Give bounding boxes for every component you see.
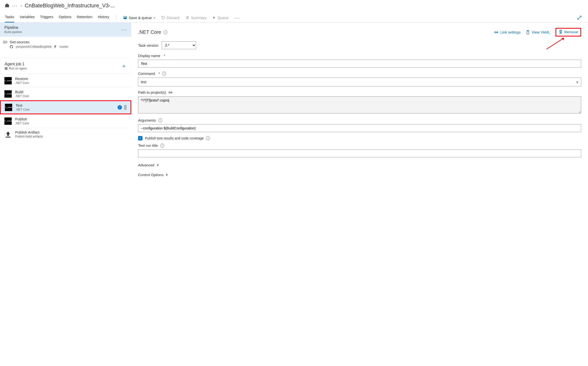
task-name: Publish Artifact xyxy=(15,130,43,134)
get-sources-title: Get sources xyxy=(10,40,30,44)
command-value: test xyxy=(141,80,146,84)
info-icon[interactable]: i xyxy=(160,144,164,148)
drag-handle-icon[interactable] xyxy=(124,105,126,110)
check-badge-icon: ✓ xyxy=(118,105,122,110)
pipeline-title: Pipeline xyxy=(4,25,22,30)
divider xyxy=(116,14,116,21)
display-name-label: Display name xyxy=(138,54,160,58)
info-icon[interactable]: i xyxy=(158,118,162,122)
discard-button[interactable]: Discard xyxy=(161,16,179,20)
breadcrumb-more-icon[interactable]: ··· xyxy=(12,3,18,9)
control-options-section[interactable]: Control Options ∨ xyxy=(138,172,581,177)
task-sub: .NET Core xyxy=(15,81,29,85)
task-sub: .NET Core xyxy=(15,94,29,98)
agent-job-sub: Run on agent xyxy=(9,67,27,70)
clipboard-icon xyxy=(526,30,530,34)
display-name-input[interactable] xyxy=(138,60,581,68)
task-publish[interactable]: >_dotnet Publish .NET Core xyxy=(0,114,131,127)
link-icon xyxy=(494,31,499,34)
svg-line-0 xyxy=(546,38,564,49)
github-icon xyxy=(10,45,13,48)
get-sources-row[interactable]: Get sources yunqian44/CnBateBlogWeb mast… xyxy=(0,37,131,51)
tab-options[interactable]: Options xyxy=(59,13,71,23)
undo-icon xyxy=(161,16,165,20)
arguments-input[interactable] xyxy=(138,124,581,132)
task-name: Restore xyxy=(15,77,29,81)
summary-button[interactable]: Summary xyxy=(185,16,207,20)
info-icon[interactable]: i xyxy=(162,72,166,76)
pipeline-subtitle: Build pipeline xyxy=(4,30,22,34)
panel-title-text: .NET Core xyxy=(138,29,161,35)
queue-label: Queue xyxy=(218,16,229,20)
sources-icon xyxy=(3,40,7,44)
remove-label: Remove xyxy=(564,30,578,34)
info-icon[interactable]: i xyxy=(163,30,167,34)
panel-title: .NET Core i xyxy=(138,29,167,35)
tab-tasks[interactable]: Tasks xyxy=(5,13,14,23)
save-queue-button[interactable]: Save & queue ∨ xyxy=(123,16,155,20)
required-marker: * xyxy=(164,54,165,58)
test-run-title-input[interactable] xyxy=(138,149,581,157)
task-sub: Publish build artifacts xyxy=(15,135,43,138)
branch-name: master xyxy=(59,45,68,48)
tab-triggers[interactable]: Triggers xyxy=(40,13,53,23)
tab-history[interactable]: History xyxy=(98,13,109,23)
save-icon xyxy=(123,16,127,20)
command-label: Command xyxy=(138,71,155,76)
pipeline-more-icon[interactable]: ··· xyxy=(121,27,127,33)
task-name: Publish xyxy=(15,117,29,121)
task-version-label: Task version xyxy=(138,43,158,47)
task-build[interactable]: >_dotnet Build .NET Core xyxy=(0,87,131,100)
discard-label: Discard xyxy=(167,16,179,20)
link-settings-button[interactable]: Link settings xyxy=(494,30,521,34)
pipeline-icon xyxy=(5,3,9,8)
agent-job-title: Agent job 1 xyxy=(5,62,27,66)
branch-icon xyxy=(54,45,57,48)
queue-button[interactable]: Queue xyxy=(212,16,229,20)
task-restore[interactable]: >_dotnet Restore .NET Core xyxy=(0,74,131,87)
path-input[interactable]: **/*[Tt]ests/*.csproj xyxy=(138,96,581,114)
left-pane: Pipeline Build pipeline ··· Get sources … xyxy=(0,23,131,184)
more-actions-icon[interactable]: ··· xyxy=(234,15,240,21)
chevron-down-icon: ∨ xyxy=(576,80,578,84)
annotation-arrow xyxy=(546,37,566,49)
pipeline-header-row[interactable]: Pipeline Build pipeline ··· xyxy=(0,23,131,37)
right-pane: .NET Core i Link settings View YAML xyxy=(131,23,588,184)
required-marker: * xyxy=(158,71,160,76)
server-icon xyxy=(5,67,8,70)
task-name: Build xyxy=(15,90,29,94)
view-yaml-button[interactable]: View YAML xyxy=(526,30,550,34)
link-settings-label: Link settings xyxy=(500,30,521,34)
play-icon xyxy=(212,16,216,19)
publish-results-checkbox[interactable]: ✓ xyxy=(138,136,142,140)
task-version-select[interactable]: 2.* xyxy=(162,41,196,49)
test-run-title-label: Test run title xyxy=(138,143,158,148)
link-icon[interactable] xyxy=(168,91,173,94)
repo-name: yunqian44/CnBateBlogWeb xyxy=(16,45,52,48)
add-task-button[interactable]: ＋ xyxy=(121,62,127,70)
task-test[interactable]: >_dotnet Test .NET Core ✓ xyxy=(0,100,131,114)
advanced-label: Advanced xyxy=(138,163,154,167)
breadcrumb-title[interactable]: CnBateBlogWeb_Infrastructure_V3-... xyxy=(25,2,115,9)
info-icon[interactable]: i xyxy=(206,136,210,140)
chevron-right-icon: › xyxy=(21,4,22,8)
publish-results-label: Publish test results and code coverage xyxy=(145,136,204,140)
fullscreen-icon[interactable] xyxy=(577,15,583,20)
task-list: >_dotnet Restore .NET Core >_dotnet Buil… xyxy=(0,74,131,141)
command-select[interactable]: test ∨ xyxy=(138,78,581,86)
task-publish-artifact[interactable]: Publish Artifact Publish build artifacts xyxy=(0,127,131,141)
tab-strip: Tasks Variables Triggers Options Retenti… xyxy=(5,13,109,23)
chevron-down-icon: ∨ xyxy=(153,16,155,19)
chevron-down-icon: ∨ xyxy=(156,163,159,167)
control-options-label: Control Options xyxy=(138,173,163,177)
agent-job-row[interactable]: Agent job 1 Run on agent ＋ xyxy=(0,58,131,74)
breadcrumb: ··· › CnBateBlogWeb_Infrastructure_V3-..… xyxy=(0,0,588,11)
tab-variables[interactable]: Variables xyxy=(20,13,34,23)
tab-retention[interactable]: Retention xyxy=(77,13,92,23)
chevron-down-icon: ∨ xyxy=(165,172,168,177)
summary-label: Summary xyxy=(191,16,207,20)
advanced-section[interactable]: Advanced ∨ xyxy=(138,163,581,167)
arguments-label: Arguments xyxy=(138,118,156,122)
toolbar: Tasks Variables Triggers Options Retenti… xyxy=(0,11,588,23)
remove-button[interactable]: Remove xyxy=(559,30,578,34)
